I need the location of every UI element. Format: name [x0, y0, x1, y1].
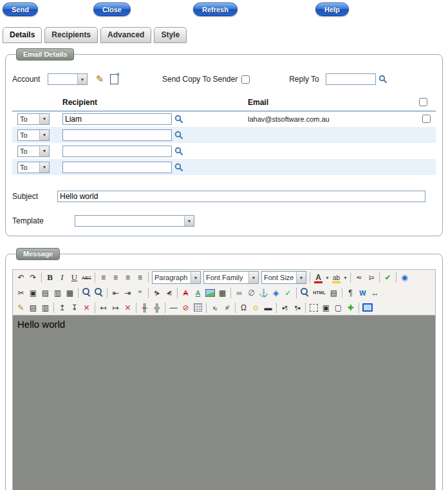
tab-recipients[interactable]: Recipients	[44, 27, 98, 43]
italic-icon[interactable]: I	[56, 272, 68, 284]
rtl-icon[interactable]: ◂¶	[163, 287, 175, 299]
help-button[interactable]: Help	[315, 3, 349, 16]
font-family-select[interactable]: Font Family	[203, 271, 259, 284]
send-button[interactable]: Send	[3, 3, 38, 16]
table-row-props-icon[interactable]: ▤	[27, 301, 39, 314]
align-left-icon[interactable]: ≡	[97, 272, 109, 284]
editor-body[interactable]: Hello world	[13, 315, 435, 490]
tab-style[interactable]: Style	[154, 27, 187, 43]
unordered-list-icon[interactable]: •≡	[353, 272, 365, 284]
superscript-icon[interactable]: x²	[221, 301, 233, 314]
copy-icon[interactable]: ▣	[27, 287, 39, 299]
embed-icon[interactable]: ◈	[270, 287, 282, 299]
selection-icon[interactable]	[308, 301, 320, 314]
nonbreaking-icon[interactable]: ¶◂	[291, 301, 303, 314]
search-icon[interactable]	[174, 163, 183, 172]
insert-layer-icon[interactable]: ✚	[344, 301, 357, 314]
reply-to-input[interactable]	[326, 73, 376, 85]
unlink-icon[interactable]: ∅	[245, 287, 257, 299]
emotions-icon[interactable]: ☺	[250, 301, 262, 314]
link-icon[interactable]: ∞	[233, 287, 245, 299]
align-center-icon[interactable]: ≡	[109, 272, 122, 284]
resize-icon[interactable]: ↔	[369, 287, 381, 299]
text-color-menu-icon[interactable]: ▾	[324, 272, 330, 284]
to-select[interactable]: To	[17, 129, 50, 141]
fullscreen-icon[interactable]	[361, 301, 373, 314]
bold-icon[interactable]: B	[44, 272, 56, 284]
word-doc-icon[interactable]: W	[357, 287, 369, 299]
indent-icon[interactable]: ⇥	[122, 287, 134, 299]
style-props-icon[interactable]: ✎	[15, 301, 27, 314]
anchor-icon[interactable]: ⚓	[257, 287, 270, 299]
strikethrough-icon[interactable]: ABC	[80, 272, 93, 284]
recipient-input[interactable]	[62, 146, 172, 157]
align-justify-icon[interactable]: ≡	[134, 272, 146, 284]
outdent-icon[interactable]: ⇤	[109, 287, 122, 299]
find-icon[interactable]	[80, 287, 93, 299]
find-replace-icon[interactable]	[93, 287, 105, 299]
deleted-text-icon[interactable]: A	[180, 287, 192, 299]
select-all-checkbox[interactable]	[419, 98, 427, 106]
split-cells-icon[interactable]: ╫	[138, 301, 151, 314]
visual-aid-icon[interactable]	[192, 301, 204, 314]
tab-details[interactable]: Details	[3, 27, 42, 43]
template-select[interactable]	[75, 215, 194, 227]
delete-col-icon[interactable]: ✕	[122, 301, 134, 314]
inserted-text-icon[interactable]: A	[192, 287, 204, 299]
bring-forward-icon[interactable]: ▣	[320, 301, 332, 314]
insert-row-after-icon[interactable]: ↧	[68, 301, 80, 314]
subscript-icon[interactable]: x₂	[209, 301, 221, 314]
send-copy-checkbox[interactable]	[241, 75, 250, 84]
to-select[interactable]: To	[17, 146, 50, 157]
merge-cells-icon[interactable]: ╬	[151, 301, 163, 314]
new-account-icon[interactable]	[108, 73, 120, 85]
text-color-icon[interactable]: A	[312, 272, 324, 284]
insert-row-before-icon[interactable]: ↥	[56, 301, 68, 314]
remove-format-icon[interactable]: ⊘	[180, 301, 192, 314]
search-icon[interactable]	[378, 75, 387, 84]
ltr-icon[interactable]: ¶▸	[151, 287, 163, 299]
search-icon[interactable]	[174, 131, 183, 140]
insert-col-before-icon[interactable]: ↤	[97, 301, 109, 314]
charmap-icon[interactable]: Ω	[238, 301, 250, 314]
paste-word-icon[interactable]: ▦	[64, 287, 76, 299]
tab-advanced[interactable]: Advanced	[100, 27, 151, 43]
preview-icon[interactable]	[299, 287, 311, 299]
edit-account-icon[interactable]: ✎	[94, 73, 106, 85]
subject-input[interactable]	[57, 191, 425, 202]
recipient-input[interactable]	[62, 162, 172, 173]
background-color-icon[interactable]: ab	[330, 272, 342, 284]
background-color-menu-icon[interactable]: ▾	[342, 272, 348, 284]
media-icon[interactable]: ▬	[262, 301, 274, 314]
account-select[interactable]	[48, 73, 88, 85]
row-checkbox[interactable]	[422, 115, 431, 123]
refresh-button[interactable]: Refresh	[193, 3, 238, 16]
align-right-icon[interactable]: ≡	[122, 272, 134, 284]
paragraph-select[interactable]: Paragraph	[152, 271, 201, 284]
date-icon[interactable]: ▦	[216, 287, 229, 299]
spellcheck-icon[interactable]: ✔	[382, 272, 394, 284]
table-cell-props-icon[interactable]: ▥	[39, 301, 51, 314]
font-size-select[interactable]: Font Size	[261, 271, 306, 284]
visual-chars-icon[interactable]: ¶	[344, 287, 357, 299]
undo-icon[interactable]: ↶	[15, 272, 27, 284]
print-icon[interactable]: ▤	[328, 287, 340, 299]
recipient-input[interactable]	[62, 113, 172, 125]
search-icon[interactable]	[174, 147, 183, 156]
paste-text-icon[interactable]: ▥	[51, 287, 64, 299]
to-select[interactable]: To	[17, 162, 50, 173]
search-icon[interactable]	[174, 115, 183, 124]
blockquote-icon[interactable]: “	[134, 287, 146, 299]
redo-icon[interactable]: ↷	[27, 272, 39, 284]
pagebreak-icon[interactable]: ▸¶	[279, 301, 291, 314]
paste-icon[interactable]: ▤	[39, 287, 51, 299]
ordered-list-icon[interactable]: 1≡	[365, 272, 377, 284]
image-icon[interactable]	[204, 287, 216, 299]
hr-icon[interactable]: —	[167, 301, 180, 314]
close-button[interactable]: Close	[93, 3, 131, 16]
send-backward-icon[interactable]: ▢	[332, 301, 344, 314]
globe-icon[interactable]: ◉	[398, 272, 411, 284]
cut-icon[interactable]: ✂	[15, 287, 27, 299]
to-select[interactable]: To	[17, 113, 50, 125]
shield-icon[interactable]: ✓	[282, 287, 294, 299]
